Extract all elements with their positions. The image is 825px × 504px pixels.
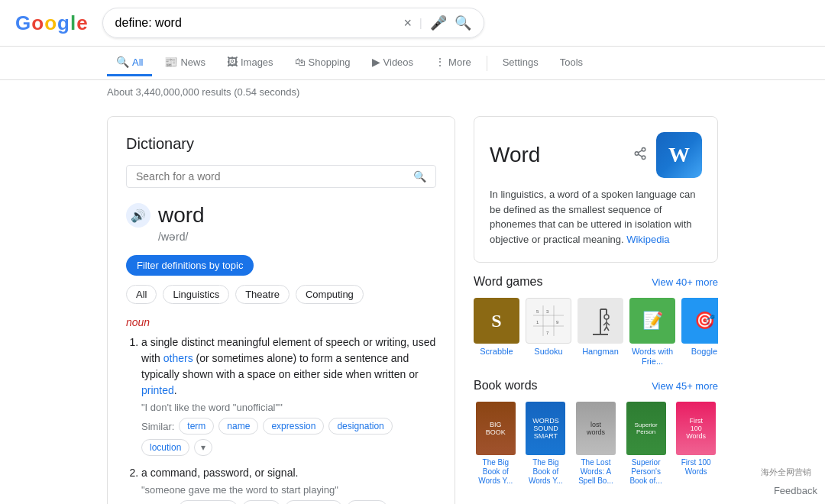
noun-definitions: a single distinct meaningful element of … (126, 334, 436, 504)
scrabble-thumbnail: S (474, 298, 519, 344)
search-button[interactable]: 🔍 (455, 15, 471, 31)
books-view-more[interactable]: View 45+ more (652, 380, 718, 392)
games-grid: S Scrabble 5 3 1 9 (474, 298, 718, 367)
filter-definitions-button[interactable]: Filter definitions by topic (126, 255, 254, 276)
game-scrabble[interactable]: S Scrabble (474, 298, 519, 367)
similar-row-2: Similar: instruction order command signa… (141, 500, 436, 504)
hangman-thumbnail (578, 298, 623, 344)
wikipedia-link[interactable]: Wikipedia (626, 234, 669, 245)
topic-chip-all[interactable]: All (126, 285, 157, 304)
similar-designation[interactable]: designation (328, 418, 392, 435)
books-title: Book words (474, 379, 538, 393)
others-link[interactable]: others (163, 352, 193, 364)
shopping-icon: 🛍 (295, 56, 306, 68)
similar-expression[interactable]: expression (263, 418, 324, 435)
book-words-section: Book words View 45+ more BIGBOOK The Big… (474, 379, 718, 486)
share-icon[interactable] (633, 147, 647, 164)
dictionary-card: Dictionary 🔍 🔊 word /wərd/ Filter defini… (107, 116, 455, 504)
book-item-4[interactable]: SuperiorPerson Superior Person's Book of… (624, 402, 668, 486)
nav-tools[interactable]: Tools (551, 50, 592, 76)
nav-item-shopping[interactable]: 🛍 Shopping (286, 50, 360, 76)
game-words-with-friends[interactable]: 📝 Words with Frie... (629, 298, 675, 367)
book-thumb-2: WORDSSOUNDSMART (526, 402, 565, 455)
nav-item-images[interactable]: 🖼 Images (218, 50, 283, 76)
svg-text:9: 9 (556, 320, 559, 325)
nav-item-all[interactable]: 🔍 All (107, 50, 152, 76)
word-games-section: Word games View 40+ more S Scrabble (474, 275, 718, 367)
game-hangman[interactable]: Hangman (578, 298, 623, 367)
mic-icon[interactable]: 🎤 (430, 15, 447, 31)
book-item-1[interactable]: BIGBOOK The Big Book of Words Y... (474, 402, 518, 486)
videos-icon: ▶ (372, 56, 380, 68)
svg-text:1: 1 (536, 320, 539, 325)
google-logo: Google (15, 11, 87, 35)
printed-link[interactable]: printed (141, 384, 174, 396)
more-icon: ⋮ (435, 56, 445, 68)
similar-locution[interactable]: locution (141, 439, 189, 456)
book-thumb-4: SuperiorPerson (626, 402, 666, 455)
watermark: 海外全网营销 (755, 464, 817, 481)
main-content: Dictionary 🔍 🔊 word /wərd/ Filter defini… (0, 104, 825, 504)
svg-line-23 (607, 327, 609, 331)
svg-text:5: 5 (536, 309, 539, 314)
search-bar: × | 🎤 🔍 (102, 8, 484, 38)
book-item-2[interactable]: WORDSSOUNDSMART The Big Book of Words Y.… (524, 402, 568, 486)
all-icon: 🔍 (116, 56, 129, 68)
word-header: 🔊 word (126, 203, 436, 228)
nav-settings[interactable]: Settings (493, 50, 548, 76)
similar-more-1[interactable]: ▾ (194, 439, 212, 456)
dictionary-search-input[interactable] (136, 170, 413, 183)
example-text-2: "someone gave me the word to start playi… (141, 484, 436, 496)
ms-word-icon: W (656, 132, 702, 178)
book-item-5[interactable]: First100Words First 100 Words (674, 402, 718, 486)
words-friends-thumbnail: 📝 (629, 298, 675, 344)
similar-instruction[interactable]: instruction (179, 500, 238, 504)
game-boggle[interactable]: 🎯 Boggle (681, 298, 718, 367)
svg-text:7: 7 (546, 331, 549, 335)
search-icons: × | 🎤 🔍 (403, 15, 471, 31)
knowledge-card: Word W In linguistics, a word of a spoke… (474, 116, 718, 263)
similar-order[interactable]: order (242, 500, 280, 504)
news-icon: 📰 (164, 56, 177, 68)
game-sudoku[interactable]: 5 3 1 9 7 Sudoku (526, 298, 571, 367)
knowledge-actions: W (633, 132, 702, 178)
svg-text:3: 3 (546, 309, 549, 314)
book-thumb-1: BIGBOOK (476, 402, 516, 455)
nav-item-more[interactable]: ⋮ More (425, 50, 480, 76)
similar-name[interactable]: name (218, 418, 258, 435)
book-item-3[interactable]: lostwords The Lost Words: A Spell Bo... (574, 402, 618, 486)
pos-noun: noun (126, 316, 436, 328)
word-phonetic: /wərd/ (158, 231, 436, 243)
svg-line-22 (604, 327, 607, 331)
similar-signal[interactable]: signal (347, 500, 387, 504)
feedback-link[interactable]: Feedback (774, 485, 817, 496)
word-title: word (158, 203, 205, 228)
topic-chips: All Linguistics Theatre Computing (126, 285, 436, 304)
nav-divider (487, 56, 487, 71)
nav-item-videos[interactable]: ▶ Videos (363, 50, 423, 76)
topic-chip-theatre[interactable]: Theatre (235, 285, 290, 304)
nav-item-news[interactable]: 📰 News (155, 50, 215, 76)
book-thumb-3: lostwords (576, 402, 616, 455)
knowledge-description: In linguistics, a word of a spoken langu… (490, 187, 702, 247)
word-link[interactable]: word (246, 484, 267, 496)
topic-chip-linguistics[interactable]: Linguistics (163, 285, 229, 304)
dictionary-search-icon[interactable]: 🔍 (413, 170, 426, 183)
games-view-more[interactable]: View 40+ more (652, 276, 718, 288)
boggle-thumbnail: 🎯 (681, 298, 718, 344)
knowledge-header: Word W (490, 132, 702, 178)
images-icon: 🖼 (227, 56, 238, 68)
definition-item-1: a single distinct meaningful element of … (141, 334, 436, 456)
speaker-button[interactable]: 🔊 (126, 203, 150, 228)
gave-link[interactable]: gave (189, 484, 210, 496)
similar-term[interactable]: term (179, 418, 214, 435)
header: Google × | 🎤 🔍 (0, 0, 825, 47)
books-section-header: Book words View 45+ more (474, 379, 718, 393)
books-grid: BIGBOOK The Big Book of Words Y... WORDS… (474, 402, 718, 486)
similar-command[interactable]: command (285, 500, 342, 504)
svg-line-4 (638, 150, 642, 152)
topic-chip-computing[interactable]: Computing (296, 285, 364, 304)
search-input[interactable] (115, 16, 398, 30)
svg-line-3 (638, 154, 642, 157)
clear-icon[interactable]: × (403, 15, 412, 31)
